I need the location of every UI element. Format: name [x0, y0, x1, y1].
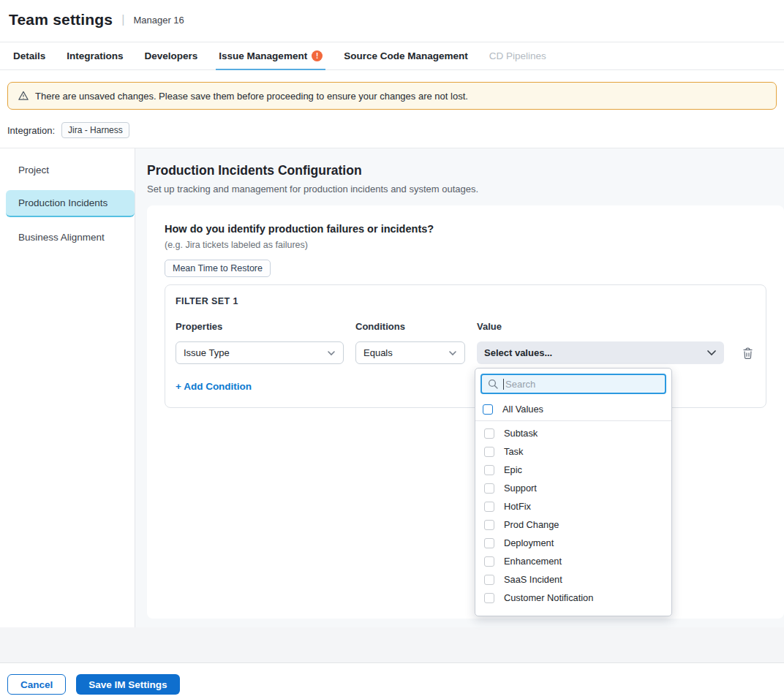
tab-details[interactable]: Details: [13, 42, 45, 69]
option-customer-notification[interactable]: Customer Notification: [475, 589, 671, 607]
dropdown-divider: [475, 420, 671, 421]
checkbox[interactable]: [484, 538, 494, 548]
warning-triangle-icon: [18, 90, 29, 102]
delete-filter-button[interactable]: [740, 345, 755, 361]
tab-issue-management[interactable]: Issue Management !: [219, 42, 323, 69]
option-enhancement[interactable]: Enhancement: [475, 552, 671, 570]
integration-chip[interactable]: Jira - Harness: [61, 122, 129, 138]
unsaved-changes-badge-icon: !: [312, 50, 323, 61]
option-saas-incident[interactable]: SaaS Incident: [475, 570, 671, 589]
integration-label: Integration:: [7, 125, 55, 136]
chevron-down-icon: [706, 350, 717, 356]
question-hint: (e.g. Jira tickets labeled as failures): [165, 240, 766, 250]
value-column-label: Value: [477, 321, 724, 332]
question-heading: How do you identify production failures …: [165, 223, 766, 235]
tab-source-code-management[interactable]: Source Code Management: [344, 42, 468, 69]
integration-row: Integration: Jira - Harness: [0, 110, 784, 148]
text-caret: [503, 379, 504, 390]
property-select[interactable]: Issue Type: [176, 341, 344, 364]
chevron-down-icon: [448, 350, 457, 356]
title-divider: |: [121, 13, 124, 26]
sidebar-item-project[interactable]: Project: [0, 157, 135, 183]
search-input[interactable]: [505, 379, 652, 390]
unsaved-changes-banner: There are unsaved changes. Please save t…: [7, 82, 777, 110]
option-hotfix[interactable]: HotFix: [475, 497, 671, 515]
option-subtask[interactable]: Subtask: [475, 424, 671, 442]
footer-actions: Cancel Save IM Settings: [0, 663, 784, 699]
properties-column-label: Properties: [176, 321, 344, 332]
tab-cd-pipelines: CD Pipelines: [489, 42, 546, 69]
option-epic[interactable]: Epic: [475, 461, 671, 479]
checkbox[interactable]: [484, 502, 494, 512]
settings-sidebar: Project Production Incidents Business Al…: [0, 148, 135, 627]
tab-developers[interactable]: Developers: [145, 42, 198, 69]
value-dropdown-panel: All Values Subtask Task: [475, 368, 672, 616]
checkbox[interactable]: [484, 556, 494, 567]
checkbox[interactable]: [484, 483, 494, 494]
filter-row: Issue Type Equals Select values...: [176, 341, 755, 364]
filter-set-title: FILTER SET 1: [176, 296, 755, 306]
value-multiselect[interactable]: Select values...: [477, 341, 724, 364]
tab-integrations[interactable]: Integrations: [67, 42, 123, 69]
metric-tab-mean-time-to-restore[interactable]: Mean Time to Restore: [165, 260, 271, 277]
checkbox[interactable]: [484, 520, 494, 530]
option-prod-change[interactable]: Prod Change: [475, 515, 671, 534]
main-panel: Production Incidents Configuration Set u…: [135, 148, 784, 627]
option-task[interactable]: Task: [475, 442, 671, 461]
condition-select[interactable]: Equals: [355, 341, 465, 364]
incidents-config-card: How do you identify production failures …: [147, 205, 784, 619]
banner-text: There are unsaved changes. Please save t…: [35, 91, 468, 102]
add-condition-button[interactable]: + Add Condition: [176, 381, 252, 392]
checkbox-all-values[interactable]: [483, 404, 493, 415]
checkbox[interactable]: [484, 428, 494, 439]
option-support[interactable]: Support: [475, 479, 671, 497]
page-header: Team settings | Manager 16: [0, 0, 784, 42]
team-name: Manager 16: [133, 15, 184, 26]
checkbox[interactable]: [484, 593, 494, 603]
option-all-values[interactable]: All Values: [475, 399, 671, 419]
dropdown-search[interactable]: [480, 374, 666, 394]
option-deployment[interactable]: Deployment: [475, 534, 671, 552]
save-im-settings-button[interactable]: Save IM Settings: [76, 674, 179, 695]
search-icon: [488, 379, 498, 389]
sidebar-item-production-incidents[interactable]: Production Incidents: [6, 190, 135, 217]
filter-columns-header: Properties Conditions Value: [176, 321, 755, 332]
checkbox[interactable]: [484, 575, 494, 585]
trash-icon: [742, 347, 754, 360]
section-title: Production Incidents Configuration: [147, 163, 784, 178]
section-subtitle: Set up tracking and management for produ…: [147, 184, 784, 194]
chevron-down-icon: [327, 350, 336, 356]
footer-spacer-band: [0, 627, 784, 663]
settings-tabbar: Details Integrations Developers Issue Ma…: [0, 42, 784, 70]
sidebar-item-business-alignment[interactable]: Business Alignment: [0, 224, 135, 250]
conditions-column-label: Conditions: [355, 321, 465, 332]
checkbox[interactable]: [484, 465, 494, 475]
filter-set-card: FILTER SET 1 Properties Conditions Value…: [165, 284, 766, 408]
checkbox[interactable]: [484, 447, 494, 457]
page-title: Team settings: [9, 11, 113, 29]
cancel-button[interactable]: Cancel: [7, 674, 66, 695]
